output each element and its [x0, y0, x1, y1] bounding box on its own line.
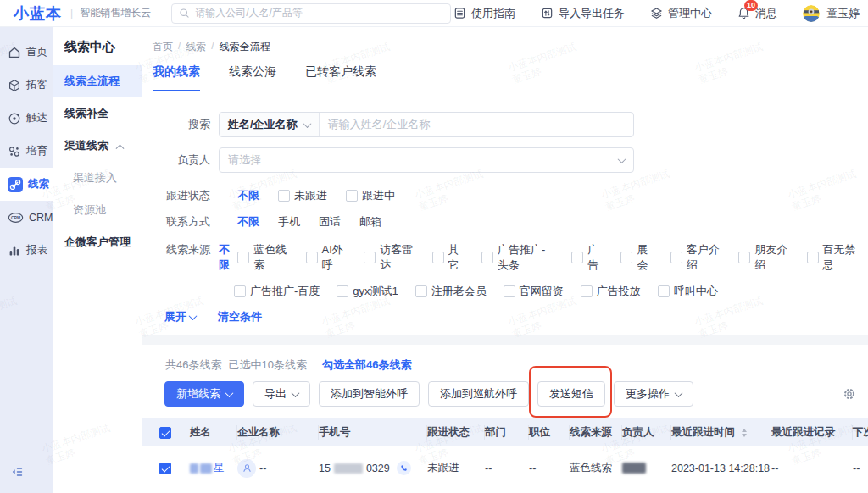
owner-select[interactable]: 请选择 — [219, 147, 634, 173]
sidebar-item-reach[interactable]: 触达 — [0, 102, 53, 135]
follow-option-following[interactable]: 跟进中 — [346, 188, 395, 203]
source-option[interactable]: 朋友介绍 — [738, 242, 789, 273]
source-option[interactable]: 蓝色线索 — [237, 242, 288, 273]
sort-control[interactable] — [742, 429, 747, 437]
table-row: 星 -- 150329 未跟进 -- -- 蓝色线索 2023-01-13 14… — [142, 446, 868, 490]
sidebar-item-lead-pipeline[interactable]: 线索全流程 — [53, 65, 142, 97]
sidebar-item-reports[interactable]: 报表 — [0, 234, 53, 267]
sidebar-item-nurture[interactable]: 培育 — [0, 135, 53, 168]
next-follow-time-cell: -- — [853, 463, 868, 474]
home-icon — [8, 46, 21, 59]
header-owner: 负责人 — [622, 425, 671, 440]
header-select-all — [159, 425, 190, 440]
checkbox[interactable] — [346, 190, 358, 202]
source-option[interactable]: gyx测试1 — [337, 284, 398, 299]
lead-name-link[interactable]: 星 — [190, 461, 237, 475]
follow-unlimited-option[interactable]: 不限 — [237, 188, 259, 203]
sidebar-item-lead-enrich[interactable]: 线索补全 — [53, 97, 142, 130]
sidebar-item-crm[interactable]: CRM CRM — [0, 201, 53, 234]
chevron-down-icon — [618, 155, 626, 163]
chevron-up-icon — [116, 144, 125, 152]
sidebar-collapse-button[interactable] — [0, 465, 53, 493]
expand-filters-link[interactable]: 展开 — [164, 309, 196, 324]
tab-converted-leads[interactable]: 已转客户线索 — [305, 64, 376, 91]
user-menu[interactable]: 童玉婷 — [803, 5, 860, 22]
source-option[interactable]: 访客雷达 — [364, 242, 415, 273]
add-lead-button[interactable]: 新增线索 — [164, 381, 244, 407]
source-unlimited-option[interactable]: 不限 — [219, 242, 237, 273]
search-combo: 姓名/企业名称 请输入姓名/企业名称 — [219, 112, 634, 137]
contact-option-mobile[interactable]: 手机 — [278, 214, 300, 230]
owner-cell — [622, 463, 671, 474]
message-count-badge: 10 — [744, 0, 758, 11]
breadcrumb: 首页 线索 线索全流程 — [142, 27, 868, 54]
menu-item-import-export[interactable]: 导入导出任务 — [541, 6, 625, 21]
table-header-row: 姓名 企业名称 手机号 跟进状态 部门 职位 线索来源 负责人 最近跟进时间 最… — [142, 418, 868, 446]
masked-text — [190, 463, 198, 474]
header-company: 企业名称 — [237, 425, 319, 440]
collapse-icon — [10, 465, 24, 479]
filter-panel: 搜索 姓名/企业名称 请输入姓名/企业名称 负责人 请选择 跟进状态 不限 — [142, 91, 868, 299]
source-option[interactable]: 广告推广-百度 — [234, 284, 320, 299]
search-type-select[interactable]: 姓名/企业名称 — [220, 113, 320, 136]
header-last-follow-record: 最近跟进记录 — [771, 425, 853, 440]
source-option[interactable]: 广告 — [571, 242, 604, 273]
chevron-down-icon — [303, 119, 311, 128]
sidebar-item-wecom-customers[interactable]: 企微客户管理 — [53, 226, 142, 258]
header-department: 部门 — [485, 425, 529, 440]
call-icon[interactable] — [397, 461, 411, 475]
title-cell: -- — [529, 463, 570, 474]
sidebar-item-home[interactable]: 首页 — [0, 36, 53, 69]
export-button[interactable]: 导出 — [253, 381, 310, 407]
source-option[interactable]: 百无禁忌 — [807, 242, 858, 273]
checkbox[interactable] — [278, 190, 290, 202]
contact-option-email[interactable]: 邮箱 — [359, 214, 381, 230]
global-search-input[interactable]: 请输入公司/人名/产品等 — [171, 3, 451, 24]
contact-method-label: 联系方式 — [164, 214, 210, 230]
header-last-follow-time: 最近跟进时间 — [671, 425, 771, 440]
source-option[interactable]: AI外呼 — [306, 242, 348, 273]
contact-unlimited-option[interactable]: 不限 — [237, 214, 259, 230]
tab-my-leads[interactable]: 我的线索 — [153, 64, 200, 91]
tab-public-leads[interactable]: 线索公海 — [229, 64, 276, 91]
column-settings-button[interactable] — [843, 387, 856, 401]
row-checkbox[interactable] — [159, 463, 171, 474]
contact-option-landline[interactable]: 固话 — [319, 214, 341, 230]
breadcrumb-leads[interactable]: 线索 — [186, 40, 206, 54]
sidebar-item-prospecting[interactable]: 拓客 — [0, 69, 53, 102]
masked-text — [200, 463, 212, 474]
masked-text — [622, 463, 646, 474]
select-all-link[interactable]: 勾选全部46条线索 — [322, 357, 411, 373]
add-to-smart-call-button[interactable]: 添加到智能外呼 — [319, 381, 420, 407]
source-option[interactable]: 注册老会员 — [415, 284, 487, 299]
source-option[interactable]: 客户介绍 — [670, 242, 721, 273]
secondary-sidebar: 线索中心 线索全流程 线索补全 渠道线索 渠道接入 资源池 企微客户管理 — [53, 27, 142, 493]
send-sms-button[interactable]: 发送短信 — [537, 381, 605, 407]
sidebar-item-channel-access[interactable]: 渠道接入 — [53, 162, 142, 194]
menu-item-messages[interactable]: 10 消息 — [737, 6, 777, 21]
source-option[interactable]: 其它 — [432, 242, 465, 273]
source-option[interactable]: 呼叫中心 — [658, 284, 718, 299]
select-all-checkbox[interactable] — [159, 427, 171, 439]
source-option[interactable]: 展会 — [620, 242, 653, 273]
clear-filters-link[interactable]: 清空条件 — [218, 309, 262, 324]
add-to-cruise-call-button[interactable]: 添加到巡航外呼 — [428, 381, 529, 407]
source-option[interactable]: 广告投放 — [581, 284, 641, 299]
follow-option-not-followed[interactable]: 未跟进 — [278, 188, 327, 203]
source-option[interactable]: 官网留资 — [504, 284, 564, 299]
search-input[interactable]: 请输入姓名/企业名称 — [320, 117, 633, 132]
more-actions-button[interactable]: 更多操作 — [614, 381, 693, 407]
section-divider — [142, 335, 868, 345]
last-follow-time-cell: 2023-01-13 14:28:18 — [671, 463, 771, 474]
breadcrumb-home[interactable]: 首页 — [153, 40, 173, 54]
source-option[interactable]: 广告推广-头条 — [481, 242, 554, 273]
sidebar-item-channel-leads[interactable]: 渠道线索 — [53, 130, 142, 162]
search-icon — [179, 8, 190, 19]
menu-item-guide[interactable]: 使用指南 — [453, 6, 515, 21]
menu-item-admin-center[interactable]: 管理中心 — [650, 6, 712, 21]
sidebar-item-resource-pool[interactable]: 资源池 — [53, 194, 142, 226]
header-source: 线索来源 — [570, 425, 622, 440]
main-content: 首页 线索 线索全流程 我的线索 线索公海 已转客户线索 搜索 姓名/企业名称 … — [142, 27, 868, 493]
import-export-icon — [541, 7, 554, 19]
sidebar-item-leads[interactable]: 线索 — [0, 168, 53, 201]
